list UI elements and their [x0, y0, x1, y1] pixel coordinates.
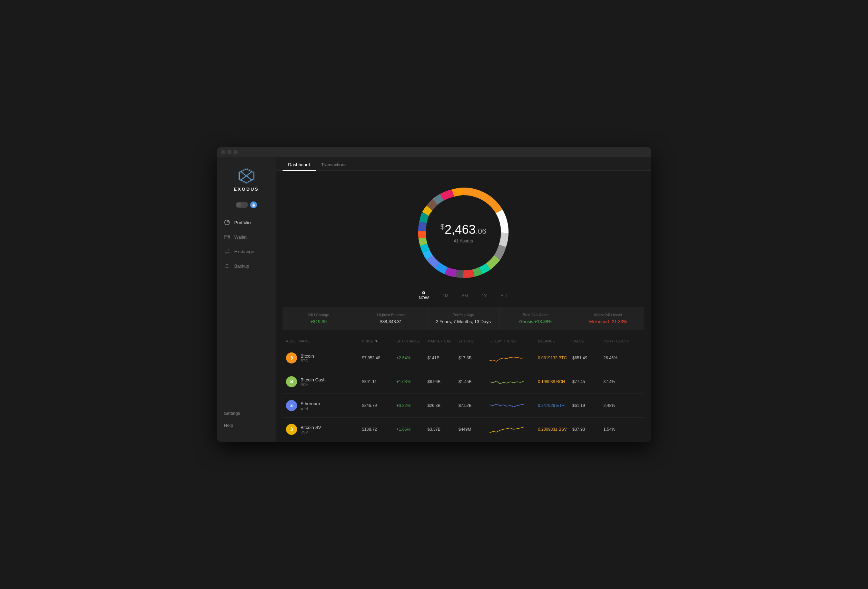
table-row[interactable]: ₿ Bitcoin BTC $7,953.48 +2.64% $141B $17…	[283, 346, 644, 370]
col-balance: BALANCE	[538, 339, 572, 343]
nav-items: Portfolio Wallet	[217, 215, 276, 404]
eth-ticker: ETH	[301, 406, 320, 410]
eth-name: Ethereum	[301, 401, 320, 406]
bsv-value: $37.93	[572, 427, 604, 432]
sidebar-bottom: Settings Help	[217, 404, 276, 435]
asset-info-btc: ₿ Bitcoin BTC	[286, 352, 362, 364]
eth-marketcap: $26.3B	[427, 403, 459, 408]
sidebar-item-portfolio[interactable]: Portfolio	[217, 215, 276, 230]
titlebar	[217, 147, 651, 157]
asset-info-bsv: ₿ Bitcoin SV BSV	[286, 424, 362, 435]
bch-name: Bitcoin Cash	[301, 377, 326, 383]
bch-ticker: BCH	[301, 383, 326, 387]
time-6m[interactable]: 6M	[462, 293, 468, 298]
col-price[interactable]: PRICE ▼	[362, 339, 396, 343]
logo-area: EXODUS	[217, 164, 276, 199]
table-row[interactable]: Ƀ Bitcoin Cash BCH $391.11 +1.03% $6.96B…	[283, 370, 644, 394]
table-row[interactable]: ₿ Bitcoin SV BSV $188.72 +1.66% $3.37B $…	[283, 418, 644, 442]
bsv-icon: ₿	[286, 424, 297, 435]
now-dot	[422, 292, 425, 294]
lock-toggle[interactable]	[217, 202, 276, 208]
btc-ticker: BTC	[301, 359, 314, 363]
table-row-partial[interactable]: ···	[283, 442, 644, 442]
asset-info-bch: Ƀ Bitcoin Cash BCH	[286, 376, 362, 387]
backup-icon	[224, 263, 230, 269]
btc-marketcap: $141B	[427, 356, 459, 360]
toggle-track	[236, 202, 248, 208]
tab-transactions[interactable]: Transactions	[316, 159, 352, 171]
exodus-logo-icon	[238, 167, 255, 184]
svg-rect-9	[226, 265, 228, 267]
bch-value: $77.45	[572, 379, 604, 384]
sidebar: EXODUS	[217, 157, 276, 442]
btc-vol: $17.8B	[459, 356, 490, 360]
content-area: $2,463.06 41 Assets NOW 1M 6M 1Y	[276, 171, 651, 442]
stat-best-asset: Best 24H Asset Gnosis +13.88%	[500, 307, 572, 330]
btc-icon: ₿	[286, 352, 297, 364]
donut-chart: $2,463.06 41 Assets	[408, 178, 518, 288]
asset-info-eth: Ξ Ethereum ETH	[286, 400, 362, 411]
stat-24h-change: 24H Change +$19.30	[283, 307, 355, 330]
col-vol: 24H VOL	[459, 339, 490, 343]
dollar-sign: $	[441, 222, 445, 231]
stat-worst-label: Worst 24H Asset	[579, 313, 637, 317]
btc-name: Bitcoin	[301, 353, 314, 359]
stat-portfolio-age: Portfolio Age 2 Years, 7 Months, 13 Days	[427, 307, 500, 330]
eth-change: +3.82%	[396, 403, 427, 408]
bch-price: $391.11	[362, 379, 396, 384]
bsv-sparkline	[490, 422, 538, 437]
time-now[interactable]: NOW	[419, 292, 429, 300]
toggle-knob	[236, 202, 241, 207]
stat-highest-label: Highest Balance	[362, 313, 420, 317]
bch-portfolio: 3.14%	[604, 379, 635, 384]
col-trend: 30 DAY TREND	[490, 339, 538, 343]
app-window: EXODUS	[217, 147, 651, 442]
eth-portfolio: 2.48%	[604, 403, 635, 408]
col-marketcap: MARKET CAP	[427, 339, 459, 343]
bch-marketcap: $6.96B	[427, 379, 459, 384]
stat-worst-value: Melonport -21.33%	[579, 319, 637, 324]
time-1m[interactable]: 1M	[443, 293, 449, 298]
minimize-button[interactable]	[227, 150, 232, 154]
sidebar-item-backup-label: Backup	[234, 264, 249, 269]
btc-portfolio: 26.45%	[604, 356, 635, 360]
eth-icon: Ξ	[286, 400, 297, 411]
btc-sparkline	[490, 350, 538, 365]
portfolio-total: $2,463.06	[441, 222, 486, 237]
col-value: VALUE	[572, 339, 604, 343]
bsv-change: +1.66%	[396, 427, 427, 432]
sidebar-item-wallet[interactable]: Wallet	[217, 230, 276, 244]
sidebar-item-exchange[interactable]: Exchange	[217, 244, 276, 259]
lock-icon	[250, 202, 257, 208]
table-row[interactable]: Ξ Ethereum ETH $246.79 +3.82% $26.3B $7.…	[283, 394, 644, 418]
eth-vol: $7.52B	[459, 403, 490, 408]
time-all[interactable]: ALL	[500, 293, 508, 298]
maximize-button[interactable]	[233, 150, 238, 154]
eth-balance: 0.247926 ETH	[538, 403, 572, 408]
col-change: 24H CHANGE	[396, 339, 427, 343]
col-portfolio: PORTFOLIO %	[604, 339, 635, 343]
bsv-name: Bitcoin SV	[301, 425, 321, 430]
close-button[interactable]	[221, 150, 225, 154]
stat-age-value: 2 Years, 7 Months, 13 Days	[434, 319, 493, 324]
tab-dashboard[interactable]: Dashboard	[283, 159, 316, 171]
portfolio-icon	[224, 219, 230, 225]
traffic-lights	[221, 150, 238, 154]
asset-table: ASSET NAME PRICE ▼ 24H CHANGE MARKET CAP…	[283, 337, 644, 442]
bsv-marketcap: $3.37B	[427, 427, 459, 432]
stat-24h-change-label: 24H Change	[289, 313, 348, 317]
logo-text: EXODUS	[234, 187, 259, 192]
time-1y[interactable]: 1Y	[481, 293, 487, 298]
time-selector: NOW 1M 6M 1Y ALL	[419, 292, 508, 300]
main-content: Dashboard Transactions	[276, 157, 651, 442]
bsv-price: $188.72	[362, 427, 396, 432]
wallet-icon	[224, 234, 230, 240]
eth-sparkline	[490, 398, 538, 413]
bsv-ticker: BSV	[301, 430, 321, 434]
help-link[interactable]: Help	[217, 419, 276, 431]
eth-price: $246.79	[362, 403, 396, 408]
sidebar-item-backup[interactable]: Backup	[217, 259, 276, 273]
bch-vol: $1.45B	[459, 379, 490, 384]
settings-link[interactable]: Settings	[217, 407, 276, 419]
time-now-label: NOW	[419, 296, 429, 300]
